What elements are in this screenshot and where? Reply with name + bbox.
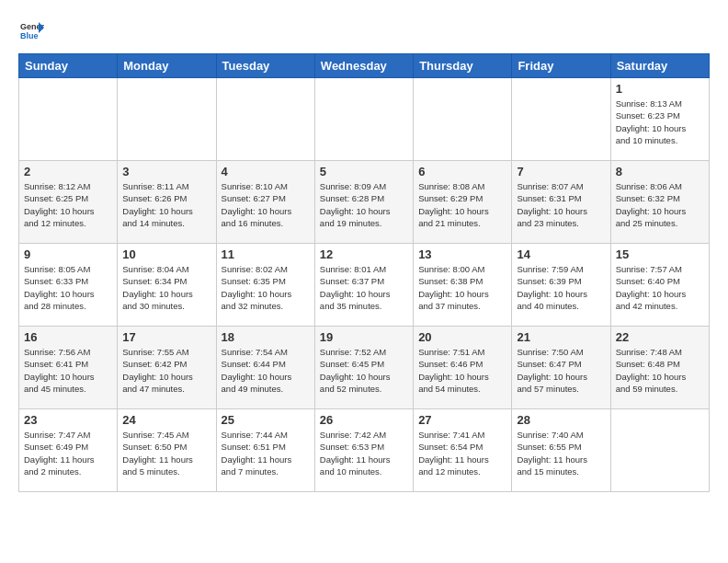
day-info: Sunrise: 7:44 AM Sunset: 6:51 PM Dayligh… bbox=[222, 429, 310, 477]
calendar-week-row: 16Sunrise: 7:56 AM Sunset: 6:41 PM Dayli… bbox=[19, 327, 710, 409]
calendar-cell: 23Sunrise: 7:47 AM Sunset: 6:49 PM Dayli… bbox=[19, 409, 118, 492]
day-number: 25 bbox=[222, 413, 310, 427]
day-info: Sunrise: 7:47 AM Sunset: 6:49 PM Dayligh… bbox=[24, 429, 112, 477]
calendar-cell: 7Sunrise: 8:07 AM Sunset: 6:31 PM Daylig… bbox=[512, 161, 610, 244]
day-info: Sunrise: 8:07 AM Sunset: 6:31 PM Dayligh… bbox=[517, 180, 605, 229]
day-number: 21 bbox=[517, 330, 605, 344]
calendar-cell: 19Sunrise: 7:52 AM Sunset: 6:45 PM Dayli… bbox=[314, 327, 413, 409]
calendar-cell: 3Sunrise: 8:11 AM Sunset: 6:26 PM Daylig… bbox=[118, 161, 216, 244]
day-info: Sunrise: 7:56 AM Sunset: 6:41 PM Dayligh… bbox=[24, 346, 112, 395]
day-number: 10 bbox=[122, 247, 210, 261]
calendar-cell bbox=[19, 78, 118, 161]
day-info: Sunrise: 7:40 AM Sunset: 6:55 PM Dayligh… bbox=[517, 429, 605, 477]
day-number: 20 bbox=[418, 330, 506, 344]
calendar-day-header: Tuesday bbox=[216, 54, 314, 78]
day-number: 18 bbox=[222, 330, 310, 344]
calendar-cell: 24Sunrise: 7:45 AM Sunset: 6:50 PM Dayli… bbox=[118, 409, 216, 492]
day-info: Sunrise: 8:10 AM Sunset: 6:27 PM Dayligh… bbox=[222, 180, 310, 229]
day-info: Sunrise: 8:01 AM Sunset: 6:37 PM Dayligh… bbox=[320, 263, 408, 312]
day-info: Sunrise: 8:08 AM Sunset: 6:29 PM Dayligh… bbox=[418, 180, 506, 229]
day-number: 3 bbox=[122, 165, 210, 178]
calendar-cell: 14Sunrise: 7:59 AM Sunset: 6:39 PM Dayli… bbox=[512, 244, 610, 327]
calendar-cell bbox=[314, 78, 413, 161]
day-info: Sunrise: 7:57 AM Sunset: 6:40 PM Dayligh… bbox=[616, 263, 704, 312]
calendar-cell: 15Sunrise: 7:57 AM Sunset: 6:40 PM Dayli… bbox=[610, 244, 709, 327]
calendar-cell: 10Sunrise: 8:04 AM Sunset: 6:34 PM Dayli… bbox=[118, 244, 216, 327]
day-number: 12 bbox=[320, 247, 408, 261]
calendar-cell: 16Sunrise: 7:56 AM Sunset: 6:41 PM Dayli… bbox=[19, 327, 118, 409]
calendar-week-row: 9Sunrise: 8:05 AM Sunset: 6:33 PM Daylig… bbox=[19, 244, 710, 327]
calendar-day-header: Monday bbox=[118, 54, 216, 78]
calendar-table: SundayMondayTuesdayWednesdayThursdayFrid… bbox=[18, 53, 710, 492]
calendar-cell: 26Sunrise: 7:42 AM Sunset: 6:53 PM Dayli… bbox=[314, 409, 413, 492]
page-header: General Blue bbox=[18, 18, 710, 44]
calendar-day-header: Wednesday bbox=[314, 54, 413, 78]
day-info: Sunrise: 7:52 AM Sunset: 6:45 PM Dayligh… bbox=[320, 346, 408, 395]
day-info: Sunrise: 7:48 AM Sunset: 6:48 PM Dayligh… bbox=[616, 346, 704, 395]
calendar-cell: 18Sunrise: 7:54 AM Sunset: 6:44 PM Dayli… bbox=[216, 327, 314, 409]
day-number: 9 bbox=[24, 247, 112, 261]
logo-icon: General Blue bbox=[18, 18, 44, 44]
calendar-cell bbox=[216, 78, 314, 161]
day-number: 4 bbox=[222, 165, 310, 178]
calendar-day-header: Sunday bbox=[19, 54, 118, 78]
calendar-week-row: 2Sunrise: 8:12 AM Sunset: 6:25 PM Daylig… bbox=[19, 161, 710, 244]
day-number: 15 bbox=[616, 247, 704, 261]
calendar-cell: 13Sunrise: 8:00 AM Sunset: 6:38 PM Dayli… bbox=[414, 244, 512, 327]
calendar-cell: 28Sunrise: 7:40 AM Sunset: 6:55 PM Dayli… bbox=[512, 409, 610, 492]
day-info: Sunrise: 8:11 AM Sunset: 6:26 PM Dayligh… bbox=[122, 180, 210, 229]
calendar-week-row: 1Sunrise: 8:13 AM Sunset: 6:23 PM Daylig… bbox=[19, 78, 710, 161]
calendar-cell: 27Sunrise: 7:41 AM Sunset: 6:54 PM Dayli… bbox=[414, 409, 512, 492]
day-info: Sunrise: 8:02 AM Sunset: 6:35 PM Dayligh… bbox=[222, 263, 310, 312]
day-info: Sunrise: 8:00 AM Sunset: 6:38 PM Dayligh… bbox=[418, 263, 506, 312]
calendar-cell: 4Sunrise: 8:10 AM Sunset: 6:27 PM Daylig… bbox=[216, 161, 314, 244]
day-info: Sunrise: 8:13 AM Sunset: 6:23 PM Dayligh… bbox=[616, 98, 704, 146]
calendar-day-header: Friday bbox=[512, 54, 610, 78]
calendar-cell bbox=[414, 78, 512, 161]
logo: General Blue bbox=[18, 18, 48, 44]
day-number: 27 bbox=[418, 413, 506, 427]
day-info: Sunrise: 7:45 AM Sunset: 6:50 PM Dayligh… bbox=[122, 429, 210, 477]
calendar-cell: 25Sunrise: 7:44 AM Sunset: 6:51 PM Dayli… bbox=[216, 409, 314, 492]
calendar-week-row: 23Sunrise: 7:47 AM Sunset: 6:49 PM Dayli… bbox=[19, 409, 710, 492]
svg-text:Blue: Blue bbox=[20, 31, 39, 40]
day-number: 16 bbox=[24, 330, 112, 344]
calendar-cell bbox=[512, 78, 610, 161]
calendar-cell: 11Sunrise: 8:02 AM Sunset: 6:35 PM Dayli… bbox=[216, 244, 314, 327]
calendar-cell: 17Sunrise: 7:55 AM Sunset: 6:42 PM Dayli… bbox=[118, 327, 216, 409]
calendar-cell: 1Sunrise: 8:13 AM Sunset: 6:23 PM Daylig… bbox=[610, 78, 709, 161]
day-info: Sunrise: 8:12 AM Sunset: 6:25 PM Dayligh… bbox=[24, 180, 112, 229]
day-number: 17 bbox=[122, 330, 210, 344]
day-number: 23 bbox=[24, 413, 112, 427]
day-number: 11 bbox=[222, 247, 310, 261]
day-number: 6 bbox=[418, 165, 506, 178]
day-number: 1 bbox=[616, 82, 704, 96]
calendar-cell: 5Sunrise: 8:09 AM Sunset: 6:28 PM Daylig… bbox=[314, 161, 413, 244]
day-info: Sunrise: 8:05 AM Sunset: 6:33 PM Dayligh… bbox=[24, 263, 112, 312]
day-number: 2 bbox=[24, 165, 112, 178]
calendar-cell: 9Sunrise: 8:05 AM Sunset: 6:33 PM Daylig… bbox=[19, 244, 118, 327]
day-info: Sunrise: 7:59 AM Sunset: 6:39 PM Dayligh… bbox=[517, 263, 605, 312]
day-info: Sunrise: 8:06 AM Sunset: 6:32 PM Dayligh… bbox=[616, 180, 704, 229]
day-number: 14 bbox=[517, 247, 605, 261]
day-number: 28 bbox=[517, 413, 605, 427]
day-info: Sunrise: 8:04 AM Sunset: 6:34 PM Dayligh… bbox=[122, 263, 210, 312]
day-info: Sunrise: 7:51 AM Sunset: 6:46 PM Dayligh… bbox=[418, 346, 506, 395]
day-number: 26 bbox=[320, 413, 408, 427]
calendar-cell bbox=[118, 78, 216, 161]
calendar-cell: 6Sunrise: 8:08 AM Sunset: 6:29 PM Daylig… bbox=[414, 161, 512, 244]
day-info: Sunrise: 7:50 AM Sunset: 6:47 PM Dayligh… bbox=[517, 346, 605, 395]
calendar-day-header: Saturday bbox=[610, 54, 709, 78]
day-info: Sunrise: 7:55 AM Sunset: 6:42 PM Dayligh… bbox=[122, 346, 210, 395]
calendar-cell: 2Sunrise: 8:12 AM Sunset: 6:25 PM Daylig… bbox=[19, 161, 118, 244]
day-number: 8 bbox=[616, 165, 704, 178]
calendar-cell: 12Sunrise: 8:01 AM Sunset: 6:37 PM Dayli… bbox=[314, 244, 413, 327]
day-number: 7 bbox=[517, 165, 605, 178]
calendar-day-header: Thursday bbox=[414, 54, 512, 78]
day-info: Sunrise: 8:09 AM Sunset: 6:28 PM Dayligh… bbox=[320, 180, 408, 229]
calendar-cell bbox=[610, 409, 709, 492]
calendar-cell: 21Sunrise: 7:50 AM Sunset: 6:47 PM Dayli… bbox=[512, 327, 610, 409]
calendar-cell: 20Sunrise: 7:51 AM Sunset: 6:46 PM Dayli… bbox=[414, 327, 512, 409]
calendar-body: 1Sunrise: 8:13 AM Sunset: 6:23 PM Daylig… bbox=[19, 78, 710, 492]
calendar-cell: 22Sunrise: 7:48 AM Sunset: 6:48 PM Dayli… bbox=[610, 327, 709, 409]
